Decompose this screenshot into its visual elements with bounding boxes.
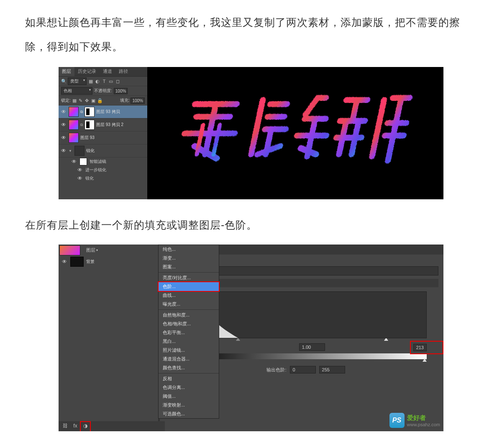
layers-bottom-bar: ⛓ fx ◑ <box>59 421 165 431</box>
adjustment-layer-icon[interactable]: ◑ <box>82 423 89 430</box>
visibility-icon[interactable]: 👁 <box>77 167 83 173</box>
lock-label: 锁定: <box>61 98 71 103</box>
filter-name: 进一步锐化 <box>85 167 106 173</box>
menu-item[interactable]: 颜色查找... <box>159 363 219 372</box>
layer-row[interactable]: 👁 ⧉ 图层 93 拷贝 <box>59 106 147 118</box>
mask-thumbnail <box>85 120 95 130</box>
search-icon: 🔍 <box>61 79 66 84</box>
layer-thumbnail <box>69 107 79 117</box>
filter-item[interactable]: 👁 锐化 <box>59 174 147 183</box>
smart-filters-label: 智能滤镜 <box>90 159 106 165</box>
layer-row[interactable]: 👁 ⧉ 图层 93 拷贝 2 <box>59 118 147 131</box>
highlights-wrap: 213 <box>413 343 427 351</box>
menu-item[interactable]: 可选颜色... <box>159 409 219 418</box>
mask-thumbnail <box>85 107 95 117</box>
parent-thumbnail <box>59 245 80 255</box>
layer-name: 图层 93 拷贝 <box>96 109 120 115</box>
shape-filter-icon[interactable]: ▭ <box>108 79 113 84</box>
background-layer-row[interactable]: 👁 背景 <box>59 255 158 268</box>
menu-item[interactable]: 渐变映射... <box>159 401 219 409</box>
instruction-text-1: 如果想让颜色再丰富一些，有些变化，我这里又复制了两次素材，添加蒙版，把不需要的擦… <box>0 0 502 59</box>
expand-icon[interactable]: ▼ <box>69 149 73 153</box>
type-select[interactable]: 类型 <box>68 77 87 85</box>
left-column: 图层▾ 👁 背景 ⛓ fx ◑ <box>59 245 158 431</box>
text-filter-icon[interactable]: T <box>102 79 107 84</box>
tab-history[interactable]: 历史记录 <box>74 67 100 76</box>
output-sliders <box>185 358 427 362</box>
filter-mask-icon <box>79 158 87 165</box>
menu-item[interactable]: 曲线... <box>159 291 219 300</box>
fill-label: 填充: <box>120 98 130 103</box>
link-icon[interactable]: ⛓ <box>62 423 69 430</box>
adjust-filter-icon[interactable]: ◐ <box>95 79 100 84</box>
midtones-input[interactable]: 1.00 <box>299 343 325 351</box>
output-white-input[interactable]: 255 <box>319 366 345 373</box>
watermark-title: 爱好者 <box>407 414 440 422</box>
tab-paths[interactable]: 路径 <box>115 67 131 76</box>
tab-channels[interactable]: 通道 <box>100 67 115 76</box>
opacity-value[interactable]: 100% <box>114 88 128 94</box>
menu-item[interactable]: 照片滤镜... <box>159 346 219 355</box>
layer-row[interactable]: 👁 图层 93 <box>59 131 147 144</box>
menu-separator <box>159 373 219 373</box>
opacity-label: 不透明度: <box>94 88 112 94</box>
menu-item[interactable]: 反相 <box>159 374 219 383</box>
layer-row[interactable]: 👁 ▼ 锐化 <box>59 144 147 157</box>
link-icon: ⧉ <box>80 110 83 114</box>
tab-layers[interactable]: 图层 <box>59 67 74 76</box>
fill-value[interactable]: 100% <box>131 98 145 104</box>
left-header: 图层▾ <box>59 245 158 255</box>
menu-item[interactable]: 纯色... <box>159 245 219 254</box>
fx-icon[interactable]: fx <box>72 423 79 430</box>
lock-artboard-icon[interactable]: ▣ <box>91 98 96 103</box>
output-label: 输出色阶: <box>266 367 286 373</box>
output-white-slider[interactable] <box>423 358 427 362</box>
lock-move-icon[interactable]: ✥ <box>85 98 90 103</box>
menu-item[interactable]: 阈值... <box>159 392 219 401</box>
filter-row: 🔍 类型 ▦ ◐ T ▭ ◻ <box>59 77 147 86</box>
menu-item[interactable]: 图案... <box>159 263 219 271</box>
visibility-icon[interactable]: 👁 <box>60 148 67 154</box>
menu-separator <box>159 272 219 273</box>
output-black-input[interactable]: 0 <box>290 366 316 373</box>
watermark-url: www.psahz.com <box>407 422 440 427</box>
menu-item[interactable]: 通道混合器... <box>159 355 219 363</box>
lock-brush-icon[interactable]: ✎ <box>78 98 83 103</box>
layer-name: 锐化 <box>86 148 95 154</box>
visibility-icon[interactable]: 👁 <box>60 135 67 141</box>
output-row: 输出色阶: 0 255 <box>185 366 427 373</box>
smart-filter-icon[interactable]: ◻ <box>115 79 120 84</box>
menu-item[interactable]: 色调分离... <box>159 383 219 392</box>
red-highlight-box <box>80 421 91 431</box>
blend-mode-select[interactable]: 色相 <box>61 87 92 95</box>
menu-item[interactable]: 渐变... <box>159 254 219 263</box>
lock-all-icon[interactable]: 🔒 <box>97 98 102 103</box>
visibility-icon[interactable]: 👁 <box>77 175 83 181</box>
red-highlight-box <box>410 341 443 354</box>
menu-item[interactable]: 色相/饱和度... <box>159 319 219 328</box>
lock-pixels-icon[interactable]: ▦ <box>72 98 77 103</box>
visibility-icon[interactable]: 👁 <box>60 109 67 115</box>
menu-item[interactable]: 自然饱和度... <box>159 311 219 319</box>
histogram-area: ✎ ✎ ✎ 📊 ⚠ 0 1.00 213 <box>185 291 427 373</box>
visibility-icon[interactable]: 👁 <box>71 159 77 165</box>
filter-name: 锐化 <box>85 175 94 181</box>
filter-item[interactable]: 👁 进一步锐化 <box>59 166 147 174</box>
menu-item[interactable]: 色彩平衡... <box>159 328 219 337</box>
visibility-icon[interactable]: 👁 <box>60 122 67 128</box>
menu-item[interactable]: 亮度/对比度... <box>159 273 219 282</box>
instruction-text-2: 在所有层上创建一个新的填充或调整图层-色阶。 <box>0 199 502 232</box>
menu-item-levels[interactable]: 色阶... <box>159 282 219 291</box>
panel-tabs: 图层 历史记录 通道 路径 <box>59 67 147 77</box>
histogram[interactable] <box>185 291 427 338</box>
lock-row: 锁定: ▦ ✎ ✥ ▣ 🔒 填充: 100% <box>59 96 147 106</box>
bg-layer-name: 背景 <box>86 259 95 265</box>
menu-item[interactable]: 曝光度... <box>159 300 219 309</box>
layers-tab[interactable]: 图层▾ <box>83 245 158 255</box>
menu-item[interactable]: 黑白... <box>159 337 219 346</box>
visibility-icon[interactable]: 👁 <box>61 259 68 265</box>
watermark-logo: PS <box>389 413 405 428</box>
image-filter-icon[interactable]: ▦ <box>88 79 93 84</box>
layer-name: 图层 93 <box>80 135 95 141</box>
input-values: 0 1.00 213 <box>185 343 427 351</box>
